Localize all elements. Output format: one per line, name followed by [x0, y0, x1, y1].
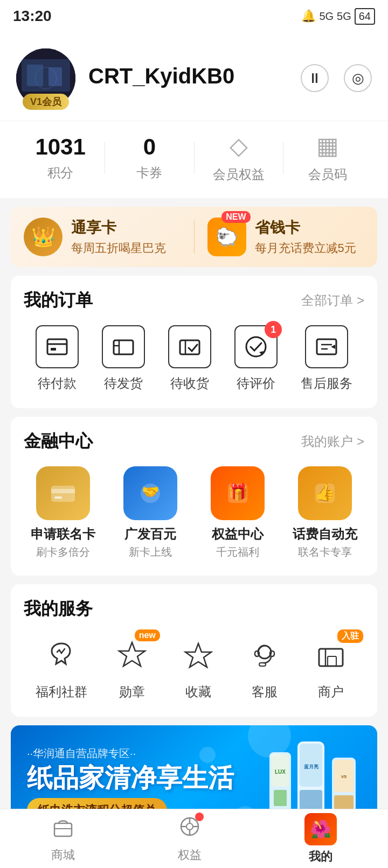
v1-badge: V1会员 — [23, 94, 69, 110]
svg-rect-39 — [274, 790, 287, 806]
shengqianka-text: 省钱卡 每月充话费立减5元 — [255, 218, 356, 256]
account-link[interactable]: 我的账户 > — [301, 433, 364, 450]
service-item-merchant[interactable]: 入驻 商户 — [309, 634, 352, 701]
tongyangka-title: 通享卡 — [71, 218, 166, 238]
service-item-favorites[interactable]: 收藏 — [177, 634, 220, 701]
finance-item-benefits[interactable]: 🎁 权益中心 千元福利 — [198, 466, 277, 559]
tongyangka-text: 通享卡 每周五折喝星巴克 — [71, 218, 166, 256]
avatar-wrap[interactable]: V1会员 — [16, 48, 75, 108]
mine-nav-label: 我的 — [309, 849, 332, 865]
badge-label: 勋章 — [119, 683, 145, 701]
joint-card-sub: 刷卡多倍分 — [36, 545, 90, 559]
promo-right[interactable]: 🐑 NEW 省钱卡 每月充话费立减5元 — [207, 218, 365, 256]
nav-item-mall[interactable]: 商城 — [51, 815, 75, 863]
tongyangka-desc: 每周五折喝星巴克 — [71, 240, 166, 256]
support-icon — [243, 634, 286, 677]
phone-recharge-sub: 联名卡专享 — [298, 545, 352, 559]
services-title: 我的服务 — [24, 597, 93, 621]
order-item-pending-review[interactable]: 1 待评价 — [234, 325, 278, 392]
service-item-badge[interactable]: new 勋章 — [110, 634, 154, 701]
finance-header: 金融中心 我的账户 > — [24, 430, 364, 453]
target-button[interactable]: ◎ — [344, 64, 372, 92]
svg-rect-48 — [54, 823, 72, 836]
benefits-center-name: 权益中心 — [212, 526, 264, 543]
merchant-label: 商户 — [318, 683, 344, 701]
stats-section: 1031 积分 0 卡券 ◇ 会员权益 ▦ 会员码 — [0, 121, 388, 198]
community-label: 福利社群 — [36, 683, 87, 701]
banner-brand-text: ··华润通自营品牌专区·· — [27, 746, 264, 761]
finance-item-joint-card[interactable]: 申请联名卡 刷卡多倍分 — [24, 466, 102, 559]
points-value: 1031 — [35, 134, 85, 160]
service-item-support[interactable]: 客服 — [243, 634, 286, 701]
profile-section: V1会员 CRT_KyidKB0 ⏸ ◎ — [0, 32, 388, 121]
nav-item-benefits[interactable]: 权益 — [178, 815, 202, 863]
svg-rect-8 — [114, 340, 133, 354]
svg-text:V5: V5 — [341, 774, 347, 779]
status-icons: 🔔 5G 5G 64 — [301, 8, 375, 25]
all-orders-link[interactable]: 全部订单 > — [301, 292, 364, 309]
profile-actions: ⏸ ◎ — [301, 64, 372, 92]
finance-item-guangfa[interactable]: 🤝 广发百元 新卡上线 — [111, 466, 190, 559]
pending-review-label: 待评价 — [237, 375, 275, 392]
username: CRT_KyidKB0 — [88, 64, 288, 88]
finance-grid: 申请联名卡 刷卡多倍分 🤝 广发百元 新卡上线 🎁 权益中心 千 — [24, 466, 364, 559]
service-item-community[interactable]: 福利社群 — [36, 634, 87, 701]
signal-icon: 5G — [319, 10, 334, 23]
svg-rect-7 — [51, 348, 56, 351]
orders-header: 我的订单 全部订单 > — [24, 289, 364, 312]
favorites-label: 收藏 — [185, 683, 211, 701]
finance-title: 金融中心 — [24, 430, 93, 453]
code-label: 会员码 — [308, 166, 347, 183]
community-icon — [40, 634, 83, 677]
svg-rect-5 — [47, 339, 67, 354]
order-item-pending-ship[interactable]: 待发货 — [102, 325, 145, 392]
new-badge: NEW — [221, 211, 250, 223]
orders-title: 我的订单 — [24, 289, 93, 312]
order-item-aftersale[interactable]: 售后服务 — [301, 325, 352, 392]
support-label: 客服 — [252, 683, 278, 701]
battery-icon: 64 — [355, 8, 375, 25]
benefits-stat[interactable]: ◇ 会员权益 — [195, 132, 283, 183]
promo-divider — [194, 221, 195, 253]
benefits-nav-dot — [195, 813, 204, 821]
aftersale-label: 售后服务 — [301, 375, 352, 392]
points-stat: 1031 积分 — [16, 134, 105, 181]
svg-rect-32 — [259, 663, 266, 666]
svg-rect-2 — [27, 65, 43, 86]
guangfa-name: 广发百元 — [124, 526, 176, 543]
svg-marker-28 — [185, 643, 211, 667]
pending-ship-label: 待发货 — [104, 375, 143, 392]
benefits-nav-icon — [178, 815, 202, 844]
order-item-pending-receive[interactable]: 待收货 — [168, 325, 211, 392]
svg-rect-33 — [319, 649, 343, 666]
pause-button[interactable]: ⏸ — [301, 64, 329, 92]
benefits-nav-label: 权益 — [178, 847, 202, 863]
finance-item-phone-recharge[interactable]: 👍 话费自动充 联名卡专享 — [286, 466, 364, 559]
mine-nav-icon: 🌺 — [304, 813, 337, 845]
banner-main-text: 纸品家清净享生活 — [27, 764, 264, 793]
code-stat[interactable]: ▦ 会员码 — [283, 132, 372, 183]
svg-rect-11 — [180, 340, 199, 354]
services-header: 我的服务 — [24, 597, 364, 621]
mall-icon — [51, 815, 75, 844]
joint-card-name: 申请联名卡 — [31, 526, 95, 543]
pending-receive-label: 待收货 — [170, 375, 209, 392]
pending-pay-icon — [36, 325, 79, 368]
coupons-stat: 0 卡券 — [105, 134, 193, 181]
tongyangka-icon: 👑 — [24, 218, 63, 256]
order-icons-row: 待付款 待发货 待收货 — [24, 325, 364, 392]
promo-banner: 👑 通享卡 每周五折喝星巴克 🐑 NEW 省钱卡 每月充话费立减5元 — [11, 207, 377, 267]
svg-text:👍: 👍 — [314, 482, 336, 502]
coupons-label: 卡券 — [136, 164, 162, 181]
nav-item-mine[interactable]: 🌺 我的 — [304, 813, 337, 865]
bottom-nav: 商城 权益 🌺 我的 — [0, 809, 388, 868]
order-item-pending-pay[interactable]: 待付款 — [36, 325, 79, 392]
profile-info: CRT_KyidKB0 — [88, 64, 288, 93]
svg-point-51 — [186, 823, 193, 830]
promo-left[interactable]: 👑 通享卡 每周五折喝星巴克 — [24, 218, 181, 256]
merchant-enter-tag: 入驻 — [337, 629, 363, 643]
guangfa-sub: 新卡上线 — [129, 545, 172, 559]
pending-receive-icon — [168, 325, 211, 368]
svg-rect-35 — [328, 656, 336, 666]
phone-recharge-name: 话费自动充 — [293, 526, 357, 543]
